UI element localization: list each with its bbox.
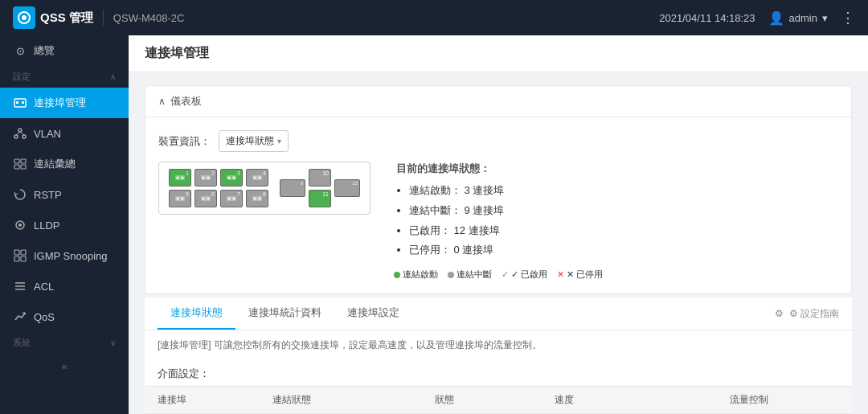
svg-point-24 — [177, 177, 179, 179]
sidebar: ⊙ 總覽 設定 ∧ 連接埠管理 VLAN 連結彙總 — [0, 35, 129, 414]
legend-dot-connected — [394, 272, 400, 278]
svg-rect-17 — [21, 250, 26, 255]
system-arrow: ∨ — [110, 338, 116, 347]
col-status: 狀態 — [422, 387, 542, 414]
port-6[interactable]: 6 — [194, 190, 217, 207]
svg-point-6 — [14, 135, 18, 138]
legend-disabled: ✕ ✕ 已停用 — [557, 268, 603, 281]
sidebar-item-rstp[interactable]: RSTP — [0, 179, 129, 210]
legend-enabled: ✓ ✓ 已啟用 — [502, 268, 547, 281]
svg-rect-18 — [14, 256, 19, 261]
sfp-group: 9 10 11 — [280, 169, 360, 207]
tabs: 連接埠狀態 連接埠統計資料 連接埠設定 ⚙ ⚙ 設定指南 — [145, 297, 852, 330]
port-7[interactable]: 7 — [220, 190, 243, 207]
port-sfp2[interactable]: 10 — [309, 169, 331, 187]
port-8[interactable]: 8 — [246, 190, 268, 207]
rstp-icon — [13, 187, 27, 202]
header-datetime: 2021/04/11 14:18:23 — [659, 12, 755, 24]
sidebar-item-vlan[interactable]: VLAN — [0, 118, 129, 149]
select-value: 連接埠狀態 — [226, 134, 274, 148]
svg-point-1 — [22, 15, 27, 20]
igmp-icon — [13, 248, 27, 263]
sidebar-item-overview[interactable]: ⊙ 總覽 — [0, 35, 129, 66]
sidebar-item-lldp[interactable]: LLDP — [0, 210, 129, 240]
svg-point-33 — [254, 177, 256, 179]
svg-line-8 — [16, 132, 20, 135]
vlan-icon — [13, 126, 27, 141]
svg-point-25 — [182, 177, 184, 179]
sidebar-item-link-agg[interactable]: 連結彙總 — [0, 149, 129, 179]
status-item-connected: 連結啟動： 3 連接埠 — [409, 182, 504, 199]
content-area: ∧ 儀表板 裝置資訊： 連接埠狀態 ▾ — [129, 72, 868, 414]
description-text: [連接埠管理] 可讓您控制所有的交換連接埠，設定最高速度，以及管理連接埠的流量控… — [145, 330, 852, 360]
device-select[interactable]: 連接埠狀態 ▾ — [219, 130, 289, 152]
sidebar-collapse-button[interactable]: « — [0, 354, 129, 379]
col-flow: 流量控制 — [717, 387, 852, 414]
port-area: 1 2 3 — [158, 162, 838, 262]
port-table: 連接埠 連結狀態 狀態 速度 流量控制 1 連結啟動 已啟用 1 Gbps FD… — [145, 386, 852, 414]
svg-rect-10 — [14, 159, 19, 163]
lldp-icon — [13, 218, 27, 232]
user-icon: 👤 — [768, 10, 784, 26]
interface-label: 介面設定： — [145, 360, 852, 386]
svg-line-9 — [20, 132, 24, 135]
port-4[interactable]: 4 — [246, 169, 268, 187]
port-2[interactable]: 2 — [194, 169, 217, 187]
settings-label: 設定 — [13, 71, 31, 83]
sidebar-item-acl[interactable]: ACL — [0, 271, 129, 301]
port-group-1-4: 1 2 3 — [169, 169, 268, 207]
sidebar-item-igmp[interactable]: IGMP Snooping — [0, 240, 129, 271]
sidebar-item-label: VLAN — [34, 128, 61, 140]
user-dropdown-icon: ▾ — [822, 12, 828, 24]
legend-connected: 連結啟動 — [394, 268, 438, 281]
status-legend: 連結啟動 連結中斷 ✓ ✓ 已啟用 ✕ ✕ 已停用 — [158, 268, 838, 281]
page-title-text: 連接埠管理 — [145, 46, 209, 59]
svg-point-5 — [18, 129, 22, 132]
svg-rect-16 — [14, 250, 19, 255]
port-diagram: 1 2 3 — [158, 162, 371, 215]
overview-icon: ⊙ — [13, 43, 27, 58]
header-divider — [103, 10, 104, 26]
panel-header[interactable]: ∧ 儀表板 — [145, 86, 851, 117]
status-item-disconnected: 連結中斷： 9 連接埠 — [409, 203, 504, 219]
table-header-row: 連接埠 連結狀態 狀態 速度 流量控制 — [145, 387, 852, 414]
sidebar-item-port-mgmt[interactable]: 連接埠管理 — [0, 88, 129, 118]
settings-guide[interactable]: ⚙ ⚙ 設定指南 — [775, 297, 839, 330]
header-model: QSW-M408-2C — [113, 12, 185, 24]
status-panel: 目前的連接埠狀態： 連結啟動： 3 連接埠 連結中斷： 9 連接埠 已啟用： 1… — [396, 162, 504, 262]
sidebar-item-label: IGMP Snooping — [34, 250, 108, 262]
status-item-disabled: 已停用： 0 連接埠 — [409, 242, 504, 259]
svg-point-34 — [259, 177, 261, 179]
svg-rect-19 — [21, 256, 26, 261]
sidebar-section-system: 系統 ∨ — [0, 332, 129, 354]
legend-dot-disconnected — [448, 272, 454, 278]
acl-icon — [13, 279, 27, 293]
panel-body: 裝置資訊： 連接埠狀態 ▾ — [145, 117, 851, 293]
sidebar-item-qos[interactable]: QoS — [0, 301, 129, 332]
svg-point-43 — [233, 198, 235, 200]
sidebar-item-label: QoS — [34, 311, 55, 323]
svg-point-36 — [177, 198, 179, 200]
x-icon: ✕ — [557, 269, 564, 280]
port-sfp3[interactable]: 11 — [309, 190, 331, 207]
port-3[interactable]: 3 — [220, 169, 243, 187]
tab-port-stats[interactable]: 連接埠統計資料 — [235, 297, 334, 330]
svg-point-27 — [203, 177, 205, 179]
port-sfp1[interactable]: 9 — [280, 179, 305, 197]
user-menu[interactable]: 👤 admin ▾ — [768, 10, 828, 26]
svg-point-46 — [259, 198, 261, 200]
sidebar-item-label: 總覽 — [34, 43, 55, 58]
svg-rect-3 — [16, 101, 18, 104]
gear-icon: ⚙ — [775, 308, 784, 319]
svg-point-40 — [207, 198, 210, 200]
tab-port-config[interactable]: 連接埠設定 — [334, 297, 412, 330]
panel-title: 儀表板 — [170, 94, 202, 109]
port-mgmt-icon — [13, 96, 27, 110]
port-sfp4[interactable]: 12 — [334, 179, 360, 197]
port-5[interactable]: 5 — [169, 190, 191, 207]
more-menu-icon[interactable]: ⋮ — [841, 9, 855, 27]
tab-port-status[interactable]: 連接埠狀態 — [158, 297, 235, 330]
port-1[interactable]: 1 — [169, 169, 191, 187]
device-info-label: 裝置資訊： — [158, 134, 211, 149]
sidebar-item-label: 連結彙總 — [34, 157, 76, 171]
